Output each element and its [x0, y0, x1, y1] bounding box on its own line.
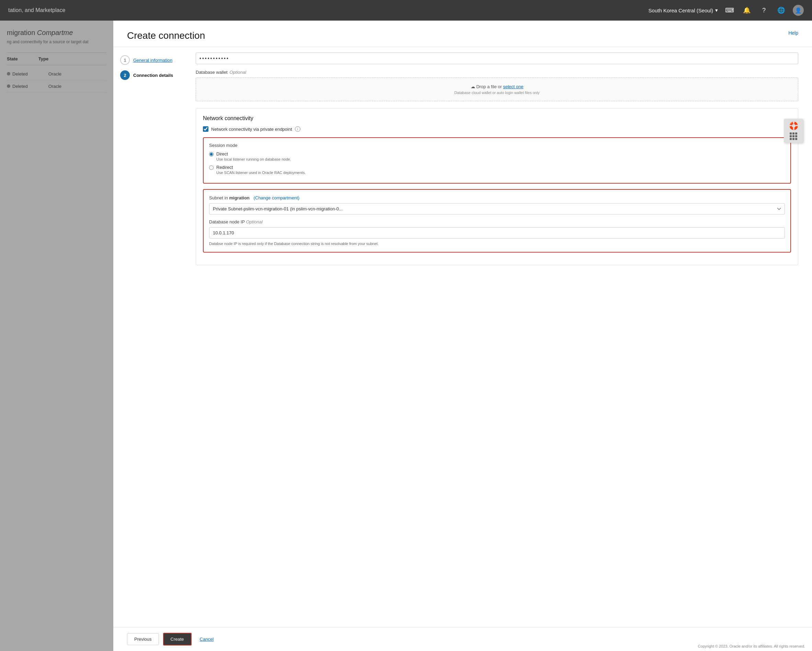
session-direct-radio[interactable]	[209, 152, 214, 157]
db-node-hint: Databse node IP is required only if the …	[209, 241, 785, 246]
session-redirect-label: Redirect	[216, 165, 305, 170]
steps-sidebar: 1 General information 2 Connection detai…	[113, 47, 189, 627]
form-content: Database wallet Optional ☁ Drop a file o…	[189, 47, 812, 627]
network-section-title: Network connectivity	[203, 115, 791, 122]
subnet-label: Subnet in migration (Change compartment)	[209, 195, 785, 200]
code-editor-icon[interactable]: ⌨	[724, 5, 735, 16]
file-drop-hint: Database cloud wallet or auto login wall…	[202, 91, 792, 95]
help-link[interactable]: Help	[788, 30, 798, 36]
subnet-db-node-box: Subnet in migration (Change compartment)…	[203, 189, 791, 253]
db-node-ip-input[interactable]	[209, 227, 785, 238]
session-mode-box: Session mode Direct Use local listener r…	[203, 137, 791, 184]
upload-cloud-icon: ☁	[471, 84, 476, 89]
change-compartment-link[interactable]: (Change compartment)	[253, 195, 299, 200]
session-mode-label: Session mode	[209, 143, 785, 148]
session-direct-option: Direct Use local listener running on dat…	[209, 151, 785, 161]
user-avatar[interactable]: 👤	[793, 5, 804, 16]
file-drop-text: ☁ Drop a file or select one	[202, 84, 792, 89]
panel-body: 1 General information 2 Connection detai…	[113, 47, 812, 627]
help-icon[interactable]: ?	[759, 5, 769, 16]
panel-title: Create connection	[127, 30, 205, 41]
create-connection-panel: Create connection Help 1 General informa…	[113, 21, 812, 651]
wallet-label: Database wallet Optional	[196, 70, 798, 75]
nav-right-group: South Korea Central (Seoul) ▾ ⌨ 🔔 ? 🌐 👤	[649, 5, 804, 16]
select-one-link[interactable]: select one	[503, 84, 523, 89]
step-2-item: 2 Connection details	[120, 70, 182, 80]
nav-left-text: tation, and Marketplace	[8, 7, 65, 14]
previous-button[interactable]: Previous	[127, 633, 159, 645]
copyright-text: Copyright © 2023, Oracle and/or its affi…	[698, 644, 805, 648]
file-drop-zone[interactable]: ☁ Drop a file or select one Database clo…	[196, 78, 798, 101]
step-2-circle: 2	[120, 70, 130, 80]
region-label: South Korea Central (Seoul)	[649, 8, 713, 14]
top-navigation: tation, and Marketplace South Korea Cent…	[0, 0, 812, 21]
notifications-bell-icon[interactable]: 🔔	[741, 5, 752, 16]
helper-widget-dots	[790, 133, 797, 140]
network-private-endpoint-checkbox[interactable]	[203, 126, 208, 132]
step-2-label: Connection details	[133, 73, 173, 78]
helper-widget[interactable]: 🛟	[784, 119, 803, 143]
create-button[interactable]: Create	[163, 633, 192, 645]
chevron-down-icon: ▾	[715, 7, 718, 14]
session-redirect-option: Redirect Use SCAN listener used in Oracl…	[209, 165, 785, 175]
cancel-button[interactable]: Cancel	[196, 634, 218, 645]
region-selector[interactable]: South Korea Central (Seoul) ▾	[649, 7, 718, 14]
session-direct-label: Direct	[216, 151, 291, 157]
session-redirect-radio[interactable]	[209, 165, 214, 170]
session-direct-hint: Use local listener running on database n…	[216, 157, 291, 161]
subnet-select[interactable]: Private Subnet-pslim-vcn-migration-01 (i…	[209, 203, 785, 215]
step-1-item: 1 General information	[120, 55, 182, 65]
password-input[interactable]	[196, 52, 798, 64]
network-checkbox-row: Network connectivity via private endpoin…	[203, 126, 791, 132]
session-redirect-hint: Use SCAN listener used in Oracle RAC dep…	[216, 171, 305, 175]
panel-header: Create connection Help	[113, 21, 812, 47]
network-checkbox-label: Network connectivity via private endpoin…	[211, 127, 292, 132]
network-connectivity-section: Network connectivity 🛟 Network connectiv…	[196, 108, 798, 265]
step-1-label[interactable]: General information	[133, 58, 172, 63]
network-info-icon[interactable]: i	[295, 126, 301, 132]
db-node-ip-label: Database node IP Optional	[209, 219, 785, 224]
step-1-circle: 1	[120, 55, 130, 65]
helper-widget-icon: 🛟	[789, 122, 798, 130]
globe-icon[interactable]: 🌐	[775, 5, 787, 16]
